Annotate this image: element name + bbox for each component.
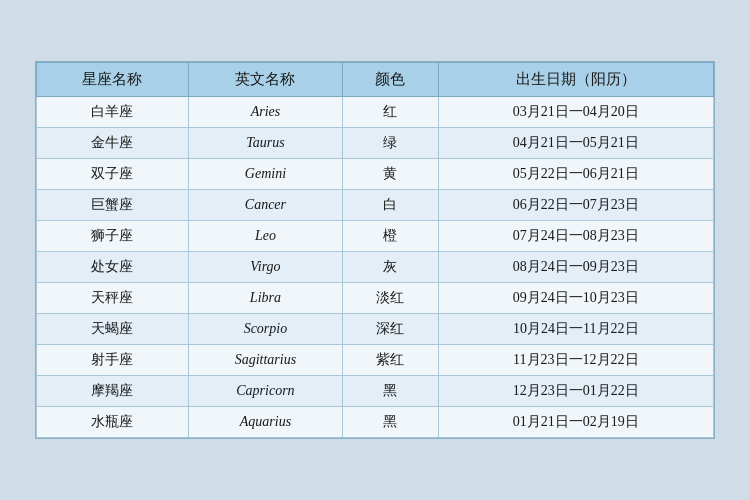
cell-zh_name: 摩羯座 bbox=[37, 376, 189, 407]
table-row: 双子座Gemini黄05月22日一06月21日 bbox=[37, 159, 714, 190]
cell-zh_name: 白羊座 bbox=[37, 97, 189, 128]
cell-zh_name: 金牛座 bbox=[37, 128, 189, 159]
cell-date_range: 09月24日一10月23日 bbox=[438, 283, 713, 314]
cell-color: 白 bbox=[343, 190, 439, 221]
cell-date_range: 08月24日一09月23日 bbox=[438, 252, 713, 283]
cell-color: 黑 bbox=[343, 376, 439, 407]
cell-zh_name: 射手座 bbox=[37, 345, 189, 376]
cell-date_range: 12月23日一01月22日 bbox=[438, 376, 713, 407]
cell-zh_name: 双子座 bbox=[37, 159, 189, 190]
cell-color: 绿 bbox=[343, 128, 439, 159]
cell-en_name: Aries bbox=[188, 97, 342, 128]
cell-en_name: Virgo bbox=[188, 252, 342, 283]
cell-en_name: Sagittarius bbox=[188, 345, 342, 376]
cell-date_range: 06月22日一07月23日 bbox=[438, 190, 713, 221]
cell-en_name: Capricorn bbox=[188, 376, 342, 407]
header-color: 颜色 bbox=[343, 63, 439, 97]
cell-en_name: Aquarius bbox=[188, 407, 342, 438]
cell-date_range: 01月21日一02月19日 bbox=[438, 407, 713, 438]
header-en-name: 英文名称 bbox=[188, 63, 342, 97]
cell-date_range: 11月23日一12月22日 bbox=[438, 345, 713, 376]
cell-date_range: 07月24日一08月23日 bbox=[438, 221, 713, 252]
table-row: 金牛座Taurus绿04月21日一05月21日 bbox=[37, 128, 714, 159]
cell-zh_name: 狮子座 bbox=[37, 221, 189, 252]
cell-date_range: 10月24日一11月22日 bbox=[438, 314, 713, 345]
table-row: 白羊座Aries红03月21日一04月20日 bbox=[37, 97, 714, 128]
table-row: 水瓶座Aquarius黑01月21日一02月19日 bbox=[37, 407, 714, 438]
cell-date_range: 04月21日一05月21日 bbox=[438, 128, 713, 159]
cell-en_name: Leo bbox=[188, 221, 342, 252]
cell-color: 紫红 bbox=[343, 345, 439, 376]
cell-date_range: 05月22日一06月21日 bbox=[438, 159, 713, 190]
cell-color: 灰 bbox=[343, 252, 439, 283]
header-date-range: 出生日期（阳历） bbox=[438, 63, 713, 97]
cell-color: 黄 bbox=[343, 159, 439, 190]
cell-en_name: Gemini bbox=[188, 159, 342, 190]
cell-color: 深红 bbox=[343, 314, 439, 345]
cell-zh_name: 水瓶座 bbox=[37, 407, 189, 438]
cell-color: 黑 bbox=[343, 407, 439, 438]
table-header-row: 星座名称 英文名称 颜色 出生日期（阳历） bbox=[37, 63, 714, 97]
cell-zh_name: 巨蟹座 bbox=[37, 190, 189, 221]
table-row: 天秤座Libra淡红09月24日一10月23日 bbox=[37, 283, 714, 314]
cell-color: 红 bbox=[343, 97, 439, 128]
table-row: 天蝎座Scorpio深红10月24日一11月22日 bbox=[37, 314, 714, 345]
cell-zh_name: 天秤座 bbox=[37, 283, 189, 314]
cell-zh_name: 天蝎座 bbox=[37, 314, 189, 345]
cell-en_name: Cancer bbox=[188, 190, 342, 221]
cell-zh_name: 处女座 bbox=[37, 252, 189, 283]
table-row: 摩羯座Capricorn黑12月23日一01月22日 bbox=[37, 376, 714, 407]
table-row: 狮子座Leo橙07月24日一08月23日 bbox=[37, 221, 714, 252]
zodiac-table-container: 星座名称 英文名称 颜色 出生日期（阳历） 白羊座Aries红03月21日一04… bbox=[35, 61, 715, 439]
cell-en_name: Libra bbox=[188, 283, 342, 314]
cell-date_range: 03月21日一04月20日 bbox=[438, 97, 713, 128]
table-row: 处女座Virgo灰08月24日一09月23日 bbox=[37, 252, 714, 283]
cell-en_name: Taurus bbox=[188, 128, 342, 159]
cell-en_name: Scorpio bbox=[188, 314, 342, 345]
zodiac-table: 星座名称 英文名称 颜色 出生日期（阳历） 白羊座Aries红03月21日一04… bbox=[36, 62, 714, 438]
table-row: 巨蟹座Cancer白06月22日一07月23日 bbox=[37, 190, 714, 221]
table-row: 射手座Sagittarius紫红11月23日一12月22日 bbox=[37, 345, 714, 376]
cell-color: 橙 bbox=[343, 221, 439, 252]
header-zh-name: 星座名称 bbox=[37, 63, 189, 97]
cell-color: 淡红 bbox=[343, 283, 439, 314]
